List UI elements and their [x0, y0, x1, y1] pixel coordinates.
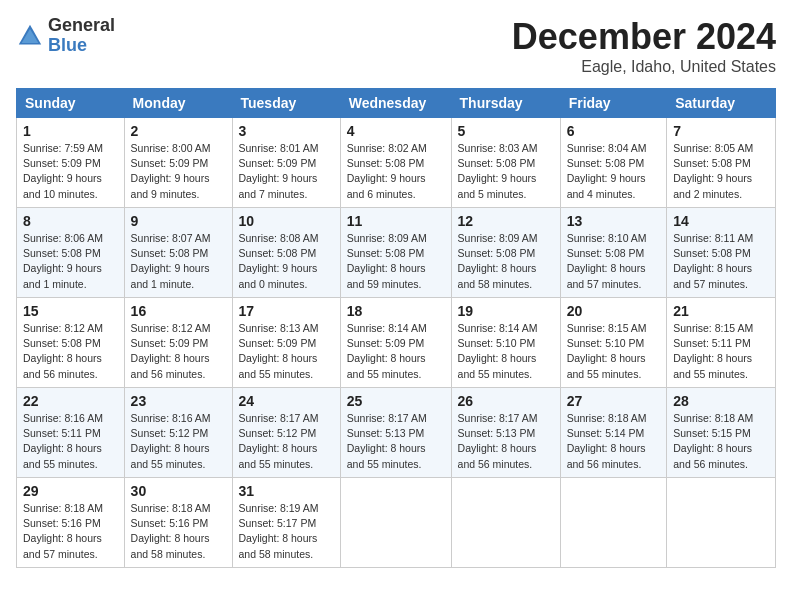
- table-cell: 16Sunrise: 8:12 AM Sunset: 5:09 PM Dayli…: [124, 298, 232, 388]
- logo: General Blue: [16, 16, 115, 56]
- table-cell: [451, 478, 560, 568]
- week-row-1: 1Sunrise: 7:59 AM Sunset: 5:09 PM Daylig…: [17, 118, 776, 208]
- table-cell: 22Sunrise: 8:16 AM Sunset: 5:11 PM Dayli…: [17, 388, 125, 478]
- day-number: 6: [567, 123, 661, 139]
- col-wednesday: Wednesday: [340, 89, 451, 118]
- day-number: 9: [131, 213, 226, 229]
- location: Eagle, Idaho, United States: [512, 58, 776, 76]
- day-info: Sunrise: 8:10 AM Sunset: 5:08 PM Dayligh…: [567, 231, 661, 292]
- day-info: Sunrise: 8:08 AM Sunset: 5:08 PM Dayligh…: [239, 231, 334, 292]
- col-sunday: Sunday: [17, 89, 125, 118]
- table-cell: 11Sunrise: 8:09 AM Sunset: 5:08 PM Dayli…: [340, 208, 451, 298]
- day-info: Sunrise: 8:15 AM Sunset: 5:11 PM Dayligh…: [673, 321, 769, 382]
- day-info: Sunrise: 8:14 AM Sunset: 5:09 PM Dayligh…: [347, 321, 445, 382]
- logo-general: General: [48, 16, 115, 36]
- day-info: Sunrise: 8:07 AM Sunset: 5:08 PM Dayligh…: [131, 231, 226, 292]
- day-info: Sunrise: 8:05 AM Sunset: 5:08 PM Dayligh…: [673, 141, 769, 202]
- day-number: 26: [458, 393, 554, 409]
- day-number: 8: [23, 213, 118, 229]
- day-info: Sunrise: 8:18 AM Sunset: 5:16 PM Dayligh…: [131, 501, 226, 562]
- day-info: Sunrise: 8:02 AM Sunset: 5:08 PM Dayligh…: [347, 141, 445, 202]
- day-info: Sunrise: 8:01 AM Sunset: 5:09 PM Dayligh…: [239, 141, 334, 202]
- week-row-5: 29Sunrise: 8:18 AM Sunset: 5:16 PM Dayli…: [17, 478, 776, 568]
- day-number: 15: [23, 303, 118, 319]
- table-cell: 3Sunrise: 8:01 AM Sunset: 5:09 PM Daylig…: [232, 118, 340, 208]
- col-friday: Friday: [560, 89, 667, 118]
- day-number: 10: [239, 213, 334, 229]
- table-cell: 10Sunrise: 8:08 AM Sunset: 5:08 PM Dayli…: [232, 208, 340, 298]
- table-cell: 24Sunrise: 8:17 AM Sunset: 5:12 PM Dayli…: [232, 388, 340, 478]
- day-info: Sunrise: 8:12 AM Sunset: 5:09 PM Dayligh…: [131, 321, 226, 382]
- table-cell: 7Sunrise: 8:05 AM Sunset: 5:08 PM Daylig…: [667, 118, 776, 208]
- table-cell: 26Sunrise: 8:17 AM Sunset: 5:13 PM Dayli…: [451, 388, 560, 478]
- day-info: Sunrise: 8:13 AM Sunset: 5:09 PM Dayligh…: [239, 321, 334, 382]
- table-cell: 4Sunrise: 8:02 AM Sunset: 5:08 PM Daylig…: [340, 118, 451, 208]
- col-saturday: Saturday: [667, 89, 776, 118]
- day-number: 27: [567, 393, 661, 409]
- day-info: Sunrise: 8:11 AM Sunset: 5:08 PM Dayligh…: [673, 231, 769, 292]
- day-number: 14: [673, 213, 769, 229]
- calendar-table: Sunday Monday Tuesday Wednesday Thursday…: [16, 88, 776, 568]
- table-cell: 31Sunrise: 8:19 AM Sunset: 5:17 PM Dayli…: [232, 478, 340, 568]
- day-number: 16: [131, 303, 226, 319]
- table-cell: 12Sunrise: 8:09 AM Sunset: 5:08 PM Dayli…: [451, 208, 560, 298]
- table-cell: 8Sunrise: 8:06 AM Sunset: 5:08 PM Daylig…: [17, 208, 125, 298]
- table-cell: 15Sunrise: 8:12 AM Sunset: 5:08 PM Dayli…: [17, 298, 125, 388]
- day-info: Sunrise: 8:15 AM Sunset: 5:10 PM Dayligh…: [567, 321, 661, 382]
- title-section: December 2024 Eagle, Idaho, United State…: [512, 16, 776, 76]
- day-info: Sunrise: 8:17 AM Sunset: 5:12 PM Dayligh…: [239, 411, 334, 472]
- day-info: Sunrise: 8:09 AM Sunset: 5:08 PM Dayligh…: [347, 231, 445, 292]
- col-thursday: Thursday: [451, 89, 560, 118]
- day-number: 2: [131, 123, 226, 139]
- table-cell: 20Sunrise: 8:15 AM Sunset: 5:10 PM Dayli…: [560, 298, 667, 388]
- logo-text: General Blue: [48, 16, 115, 56]
- day-number: 22: [23, 393, 118, 409]
- table-cell: 18Sunrise: 8:14 AM Sunset: 5:09 PM Dayli…: [340, 298, 451, 388]
- day-info: Sunrise: 8:18 AM Sunset: 5:15 PM Dayligh…: [673, 411, 769, 472]
- day-info: Sunrise: 8:06 AM Sunset: 5:08 PM Dayligh…: [23, 231, 118, 292]
- day-number: 5: [458, 123, 554, 139]
- day-number: 23: [131, 393, 226, 409]
- day-number: 20: [567, 303, 661, 319]
- table-cell: 25Sunrise: 8:17 AM Sunset: 5:13 PM Dayli…: [340, 388, 451, 478]
- week-row-4: 22Sunrise: 8:16 AM Sunset: 5:11 PM Dayli…: [17, 388, 776, 478]
- table-cell: [560, 478, 667, 568]
- page-header: General Blue December 2024 Eagle, Idaho,…: [16, 16, 776, 76]
- table-cell: 14Sunrise: 8:11 AM Sunset: 5:08 PM Dayli…: [667, 208, 776, 298]
- day-info: Sunrise: 7:59 AM Sunset: 5:09 PM Dayligh…: [23, 141, 118, 202]
- calendar-header-row: Sunday Monday Tuesday Wednesday Thursday…: [17, 89, 776, 118]
- day-number: 25: [347, 393, 445, 409]
- day-number: 4: [347, 123, 445, 139]
- day-info: Sunrise: 8:12 AM Sunset: 5:08 PM Dayligh…: [23, 321, 118, 382]
- day-number: 29: [23, 483, 118, 499]
- table-cell: 29Sunrise: 8:18 AM Sunset: 5:16 PM Dayli…: [17, 478, 125, 568]
- table-cell: 19Sunrise: 8:14 AM Sunset: 5:10 PM Dayli…: [451, 298, 560, 388]
- day-number: 24: [239, 393, 334, 409]
- table-cell: 21Sunrise: 8:15 AM Sunset: 5:11 PM Dayli…: [667, 298, 776, 388]
- day-number: 13: [567, 213, 661, 229]
- day-info: Sunrise: 8:14 AM Sunset: 5:10 PM Dayligh…: [458, 321, 554, 382]
- day-info: Sunrise: 8:04 AM Sunset: 5:08 PM Dayligh…: [567, 141, 661, 202]
- table-cell: 17Sunrise: 8:13 AM Sunset: 5:09 PM Dayli…: [232, 298, 340, 388]
- day-number: 28: [673, 393, 769, 409]
- day-number: 21: [673, 303, 769, 319]
- day-number: 19: [458, 303, 554, 319]
- day-number: 12: [458, 213, 554, 229]
- table-cell: 27Sunrise: 8:18 AM Sunset: 5:14 PM Dayli…: [560, 388, 667, 478]
- logo-blue: Blue: [48, 36, 115, 56]
- table-cell: 2Sunrise: 8:00 AM Sunset: 5:09 PM Daylig…: [124, 118, 232, 208]
- month-title: December 2024: [512, 16, 776, 58]
- day-number: 1: [23, 123, 118, 139]
- table-cell: [667, 478, 776, 568]
- logo-icon: [16, 22, 44, 50]
- col-monday: Monday: [124, 89, 232, 118]
- table-cell: 6Sunrise: 8:04 AM Sunset: 5:08 PM Daylig…: [560, 118, 667, 208]
- day-number: 31: [239, 483, 334, 499]
- day-info: Sunrise: 8:19 AM Sunset: 5:17 PM Dayligh…: [239, 501, 334, 562]
- table-cell: 1Sunrise: 7:59 AM Sunset: 5:09 PM Daylig…: [17, 118, 125, 208]
- day-number: 7: [673, 123, 769, 139]
- day-info: Sunrise: 8:17 AM Sunset: 5:13 PM Dayligh…: [458, 411, 554, 472]
- day-number: 3: [239, 123, 334, 139]
- table-cell: 23Sunrise: 8:16 AM Sunset: 5:12 PM Dayli…: [124, 388, 232, 478]
- day-number: 11: [347, 213, 445, 229]
